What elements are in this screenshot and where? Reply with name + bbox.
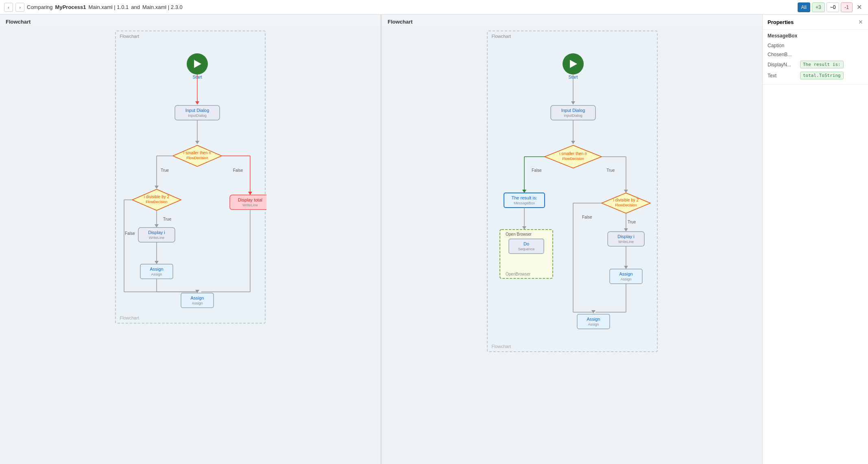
prop-chosenb-row: ChosenB... xyxy=(768,50,863,59)
left-false-head xyxy=(248,192,252,195)
comparing-label: Comparing xyxy=(27,4,53,10)
right-assign2-label: Assign xyxy=(587,317,600,322)
right-fc-label: Flowchart xyxy=(492,34,511,39)
prop-chosenb-label: ChosenB... xyxy=(768,52,800,57)
right-false-label: False xyxy=(532,168,542,173)
left-true-label: True xyxy=(160,168,169,173)
left-fd2-true-label: True xyxy=(163,217,172,221)
left-arrow1-head xyxy=(195,101,199,105)
properties-section: MessageBox Caption ChosenB... DisplayN..… xyxy=(763,30,868,85)
header-right: All +3 ~0 -1 ✕ xyxy=(798,2,864,12)
right-messagebox-label: The result is: xyxy=(511,195,537,200)
properties-panel: Properties ✕ MessageBox Caption ChosenB.… xyxy=(762,15,868,464)
properties-section-name: MessageBox xyxy=(768,33,863,39)
right-false-head xyxy=(522,190,526,193)
left-false-label: False xyxy=(233,168,243,173)
right-inputdialog-label: Input Dialog xyxy=(561,108,585,113)
right-mb-down-head xyxy=(522,226,526,230)
right-displayi-sublabel: WriteLine xyxy=(618,240,634,244)
left-assign2-head xyxy=(195,290,199,293)
and-label: and xyxy=(131,4,140,10)
right-diagram-svg: Start Input Dialog InputDialog i smaller… xyxy=(488,31,659,353)
right-inputdialog-sublabel: InputDialog xyxy=(564,114,582,118)
filter-all-button[interactable]: All xyxy=(798,2,810,12)
close-button[interactable]: ✕ xyxy=(854,2,864,12)
right-arrow2-head xyxy=(571,141,575,144)
left-fd2-false-label: False xyxy=(125,231,135,236)
filter-added-button[interactable]: +3 xyxy=(812,2,825,12)
prop-text-label: Text xyxy=(768,73,800,79)
left-assign1-sublabel: Assign xyxy=(151,272,162,276)
left-diagram: Flowchart Start Input Dialog InputDialog xyxy=(115,31,266,324)
right-fd2-true-head xyxy=(624,228,628,232)
right-assign2-head xyxy=(591,310,595,313)
right-openbrowser-sublabel: OpenBrowser xyxy=(506,272,531,276)
left-panel-content[interactable]: Flowchart Start Input Dialog InputDialog xyxy=(0,26,380,464)
left-true-head xyxy=(155,186,159,189)
left-displayi-label: Display i xyxy=(148,230,165,235)
left-fd1-label: i smaller then n xyxy=(183,151,211,155)
process-name: MyProcess1 xyxy=(55,4,86,10)
left-fd2-label: i divisible by 2 xyxy=(144,195,169,199)
properties-header: Properties ✕ xyxy=(763,15,868,30)
right-diagram: Flowchart Start Input Dialog InputDialog xyxy=(487,31,658,352)
left-fd1-sublabel: FlowDecision xyxy=(186,156,208,160)
main-content: Flowchart Flowchart Start Input Dialog I… xyxy=(0,15,868,464)
right-fd1-sublabel: FlowDecision xyxy=(562,157,584,161)
left-inputdialog-sublabel: InputDialog xyxy=(188,114,207,118)
left-fd2-true-head xyxy=(155,224,159,228)
right-diagram-bottom-label: Flowchart xyxy=(492,344,511,349)
prop-displayn-label: DisplayN... xyxy=(768,62,800,68)
right-assign1-sublabel: Assign xyxy=(620,277,631,281)
left-arrow-di-a1-head xyxy=(155,261,159,264)
prop-caption-row: Caption xyxy=(768,41,863,50)
right-messagebox-sublabel: MessageBox xyxy=(513,201,535,205)
right-fd2-false-label: False xyxy=(582,215,592,219)
forward-button[interactable]: › xyxy=(15,3,24,12)
right-do-label: Do xyxy=(523,241,529,246)
left-arrow2-head xyxy=(195,141,199,144)
right-displayi-label: Display i xyxy=(617,234,635,239)
left-displaytotal-label: Display total xyxy=(238,197,262,202)
left-inputdialog-label: Input Dialog xyxy=(185,108,209,113)
filter-removed-button[interactable]: -1 xyxy=(841,2,853,12)
filter-modified-button[interactable]: ~0 xyxy=(827,2,840,12)
right-di-to-a1-head xyxy=(624,266,628,269)
right-true-head xyxy=(624,190,628,193)
left-fd2-sublabel: FlowDecision xyxy=(146,200,168,204)
right-assign2-sublabel: Assign xyxy=(588,322,599,326)
right-panel-title: Flowchart xyxy=(382,15,762,26)
left-displaytotal-sublabel: WriteLine xyxy=(242,203,258,207)
left-assign2-label: Assign xyxy=(190,295,204,300)
prop-text-row: Text total.ToString xyxy=(768,70,863,81)
file1-label: Main.xaml | 1.0.1 xyxy=(88,4,129,10)
prop-displayn-value: The result is: xyxy=(800,61,844,68)
left-assign2-sublabel: Assign xyxy=(192,301,203,305)
right-assign1-label: Assign xyxy=(619,271,632,276)
left-panel: Flowchart Flowchart Start Input Dialog I… xyxy=(0,15,380,464)
header: ‹ › Comparing MyProcess1 Main.xaml | 1.0… xyxy=(0,0,868,15)
file2-label: Main.xaml | 2.3.0 xyxy=(142,4,183,10)
prop-text-value: total.ToString xyxy=(800,72,844,79)
prop-displayn-row: DisplayN... The result is: xyxy=(768,59,863,70)
right-fd2-sublabel: FlowDecision xyxy=(615,203,637,207)
properties-title: Properties xyxy=(768,19,794,25)
right-arrow1-head xyxy=(571,101,575,105)
prop-caption-label: Caption xyxy=(768,43,800,48)
header-left: ‹ › Comparing MyProcess1 Main.xaml | 1.0… xyxy=(4,3,183,12)
left-assign1-label: Assign xyxy=(150,267,163,271)
right-fd2-true-label: True xyxy=(628,220,636,224)
back-button[interactable]: ‹ xyxy=(4,3,13,12)
left-diagram-bottom-label: Flowchart xyxy=(120,315,140,320)
right-panel-content[interactable]: Flowchart Start Input Dialog InputDialog xyxy=(382,26,762,464)
right-fd1-label: i smaller then n xyxy=(559,151,587,156)
right-fd2-label: i divisible by 2 xyxy=(613,198,639,202)
right-true-label: True xyxy=(606,168,615,173)
left-displayi-sublabel: WriteLine xyxy=(149,236,164,240)
right-do-sublabel: Sequence xyxy=(518,247,534,251)
right-openbrowser-container xyxy=(500,230,553,278)
right-panel: Flowchart Flowchart Start Input Dialog I… xyxy=(382,15,762,464)
left-panel-title: Flowchart xyxy=(0,15,380,26)
right-openbrowser-title: Open Browser xyxy=(506,232,532,236)
properties-close-button[interactable]: ✕ xyxy=(858,19,863,25)
